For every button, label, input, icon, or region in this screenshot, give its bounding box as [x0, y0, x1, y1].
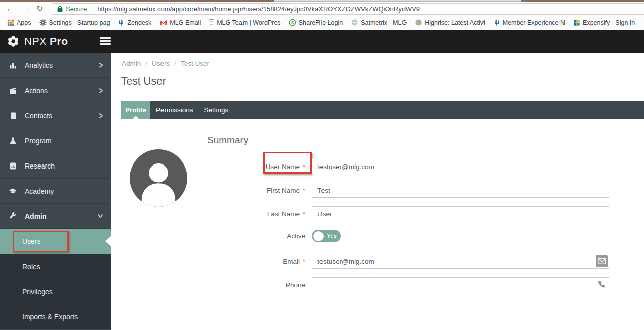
sidebar-item-program[interactable]: Program — [0, 128, 111, 153]
sharefile-icon: S — [289, 19, 296, 26]
required-marker: * — [303, 187, 305, 194]
admin-submenu: Users Roles Privileges Imports & Exports — [0, 229, 111, 329]
sidebar-item-analytics[interactable]: Analytics > — [0, 53, 111, 78]
forward-button-icon[interactable]: → — [21, 2, 30, 15]
phone-input[interactable] — [312, 277, 609, 292]
breadcrumb-admin[interactable]: Admin — [122, 60, 141, 67]
gmail-icon — [159, 19, 167, 26]
bookmark-mlg-email[interactable]: MLG Email — [155, 19, 205, 26]
bookmark-my-meeting[interactable]: My meetin — [639, 19, 644, 26]
expensify-icon — [573, 19, 580, 26]
bookmark-zendesk[interactable]: Zendesk — [114, 19, 155, 26]
secure-label: Secure — [66, 5, 87, 13]
member-experience-icon — [493, 19, 500, 26]
sidebar-item-actions[interactable]: Actions > — [0, 78, 111, 103]
sidebar-subitem-roles[interactable]: Roles — [0, 254, 111, 279]
npx-logo-flower-icon — [7, 35, 19, 47]
sidebar-item-academy[interactable]: Academy — [0, 179, 111, 204]
bookmark-sharefile[interactable]: S ShareFile Login — [285, 19, 347, 26]
address-bar[interactable]: Secure https://mlg.satmetrix.com/app/cor… — [52, 3, 644, 15]
envelope-icon[interactable] — [596, 255, 608, 267]
page-title: Test User — [121, 75, 166, 87]
browser-toolbar: ← → ↻ Secure https://mlg.satmetrix.com/a… — [0, 2, 644, 15]
app-header: NPX Pro — [0, 30, 644, 53]
browser-window: ← → ↻ Secure https://mlg.satmetrix.com/a… — [0, 0, 644, 330]
bookmark-settings[interactable]: Settings - Startup pag — [35, 19, 114, 26]
secure-lock-icon — [57, 6, 63, 12]
svg-text:S: S — [291, 20, 294, 25]
bookmark-member-experience[interactable]: Member Experience N — [489, 19, 569, 26]
tab-profile[interactable]: Profile — [121, 101, 150, 119]
bookmark-highrise[interactable]: Highrise: Latest Activi — [411, 19, 489, 26]
url-text: https://mlg.satmetrix.com/app/core/main/… — [97, 5, 420, 13]
admin-icon — [8, 212, 18, 220]
apps-grid-icon — [7, 19, 14, 26]
first-name-input[interactable] — [312, 183, 609, 198]
bookmark-expensify[interactable]: Expensify - Sign In — [569, 19, 639, 26]
breadcrumb: Admin / Users / Test User — [122, 60, 209, 67]
active-item-notch — [105, 236, 111, 246]
section-title: Summary — [207, 135, 248, 146]
form-row-lastname: Last Name * — [205, 206, 609, 221]
analytics-icon — [8, 61, 18, 69]
username-input[interactable] — [312, 159, 609, 174]
bookmark-apps[interactable]: Apps — [3, 19, 35, 26]
sidebar-item-admin[interactable]: Admin > — [0, 204, 111, 229]
main-content: Admin / Users / Test User Test User Prof… — [111, 53, 644, 330]
form-row-phone: Phone — [205, 277, 609, 292]
back-button-icon[interactable]: ← — [6, 2, 15, 15]
breadcrumb-users[interactable]: Users — [152, 60, 170, 67]
chevron-right-icon: > — [99, 110, 103, 121]
satmetrix-flower-icon — [351, 19, 358, 26]
academy-icon — [8, 187, 18, 195]
form-row-username: User Name * — [205, 159, 609, 174]
contacts-icon — [8, 112, 18, 120]
reload-button-icon[interactable]: ↻ — [36, 2, 43, 15]
last-name-input[interactable] — [312, 206, 609, 221]
active-toggle[interactable]: Yes — [312, 230, 341, 242]
tab-settings[interactable]: Settings — [199, 101, 234, 119]
chevron-right-icon: > — [99, 60, 103, 70]
chevron-right-icon: > — [99, 85, 103, 96]
highrise-icon — [415, 19, 422, 26]
breadcrumb-current: Test User — [181, 60, 209, 67]
required-marker: * — [303, 258, 305, 265]
bookmark-wordpress[interactable]: MLG Team | WordPres — [205, 19, 284, 26]
sidebar-subitem-imports-exports[interactable]: Imports & Exports — [0, 304, 111, 329]
phone-icon — [598, 280, 606, 291]
form-row-firstname: First Name * — [205, 183, 609, 198]
required-marker: * — [303, 210, 305, 218]
actions-icon — [8, 87, 18, 95]
gear-icon — [39, 19, 47, 26]
form-row-active: Active Yes — [205, 230, 341, 242]
sidebar-item-contacts[interactable]: Contacts > — [0, 103, 111, 128]
bookmarks-bar: Apps Settings - Startup pag Zendesk MLG … — [0, 15, 644, 30]
zendesk-icon — [118, 19, 125, 26]
avatar — [130, 149, 187, 207]
tab-permissions[interactable]: Permissions — [150, 101, 199, 119]
form-row-email: Email * — [205, 254, 609, 269]
sidebar-item-research[interactable]: Research — [0, 153, 111, 179]
toggle-state-label: Yes — [327, 230, 337, 242]
chevron-down-icon: > — [96, 214, 106, 218]
sidebar-subitem-users[interactable]: Users — [0, 229, 111, 254]
menu-toggle-icon[interactable] — [100, 37, 111, 46]
email-input[interactable] — [312, 254, 609, 269]
tab-bar: Profile Permissions Settings — [121, 101, 644, 119]
sidebar-subitem-privileges[interactable]: Privileges — [0, 279, 111, 304]
url-separator — [92, 5, 92, 13]
brand-title: NPX Pro — [24, 35, 68, 47]
document-icon — [209, 19, 214, 26]
toggle-knob — [313, 231, 324, 241]
active-tab-notch — [132, 116, 139, 119]
research-icon — [8, 162, 18, 170]
sidebar: Analytics > Actions > Contacts > Program… — [0, 53, 111, 330]
bookmark-satmetrix[interactable]: Satmetrix - MLG — [347, 19, 411, 26]
required-marker: * — [303, 163, 305, 171]
program-icon — [8, 137, 18, 145]
